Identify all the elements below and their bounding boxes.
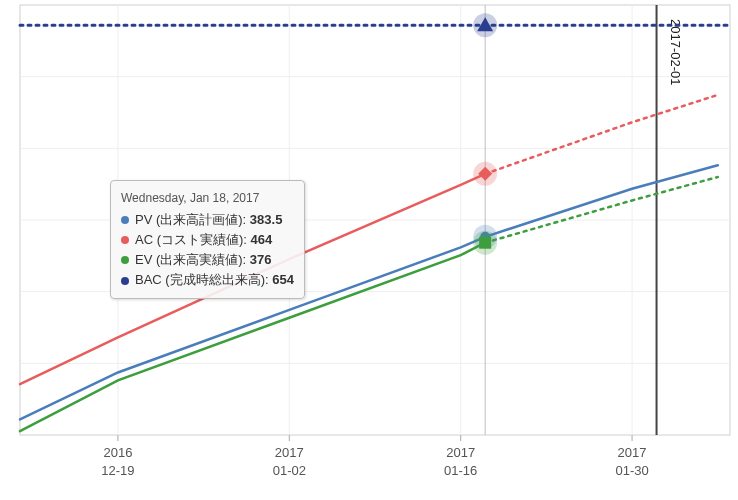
x-tick-label: 12-19 (101, 463, 134, 478)
x-tick-label: 2017 (618, 445, 647, 460)
x-tick-label: 01-02 (273, 463, 306, 478)
tooltip-row-ac: AC (コスト実績値): 464 (121, 230, 294, 250)
tooltip-date: Wednesday, Jan 18, 2017 (121, 189, 294, 208)
x-tick-label: 2016 (103, 445, 132, 460)
tooltip-row-pv: PV (出来高計画値): 383.5 (121, 210, 294, 230)
x-tick-label: 2017 (446, 445, 475, 460)
x-tick-label: 01-16 (444, 463, 477, 478)
legend-dot-icon (121, 216, 129, 224)
evm-chart: 201612-19201701-02201701-16201701-302017… (0, 0, 738, 500)
ac-projection (485, 95, 718, 174)
tooltip-series-value: 654 (272, 272, 294, 287)
tooltip-series-value: 383.5 (250, 212, 283, 227)
ev-projection (485, 177, 718, 243)
tooltip-series-name: PV (出来高計画値): (135, 212, 250, 227)
reference-date-label: 2017-02-01 (668, 19, 683, 86)
tooltip-series-value: 464 (251, 232, 273, 247)
tooltip-series-name: EV (出来高実績値): (135, 252, 250, 267)
legend-dot-icon (121, 277, 129, 285)
ev-marker (479, 237, 491, 249)
x-tick-label: 01-30 (615, 463, 648, 478)
legend-dot-icon (121, 256, 129, 264)
tooltip-series-name: AC (コスト実績値): (135, 232, 251, 247)
tooltip-row-ev: EV (出来高実績値): 376 (121, 250, 294, 270)
x-tick-label: 2017 (275, 445, 304, 460)
chart-tooltip: Wednesday, Jan 18, 2017 PV (出来高計画値): 383… (110, 180, 305, 299)
legend-dot-icon (121, 236, 129, 244)
tooltip-row-bac: BAC (完成時総出来高): 654 (121, 270, 294, 290)
tooltip-series-value: 376 (250, 252, 272, 267)
tooltip-series-name: BAC (完成時総出来高): (135, 272, 272, 287)
